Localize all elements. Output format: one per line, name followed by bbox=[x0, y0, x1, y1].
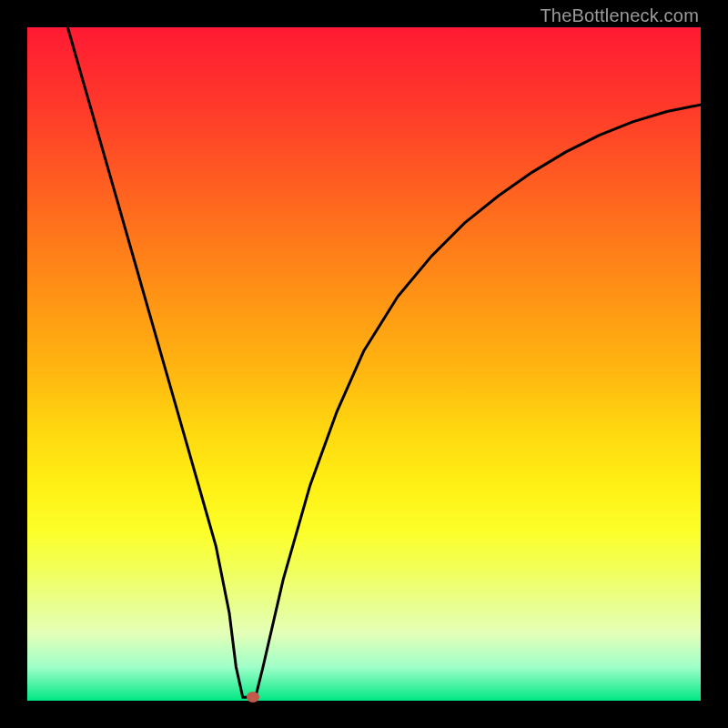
chart-frame: TheBottleneck.com bbox=[0, 0, 728, 728]
optimum-marker bbox=[247, 692, 259, 703]
plot-area bbox=[27, 27, 701, 701]
watermark-text: TheBottleneck.com bbox=[540, 5, 699, 26]
bottleneck-curve bbox=[27, 27, 701, 701]
